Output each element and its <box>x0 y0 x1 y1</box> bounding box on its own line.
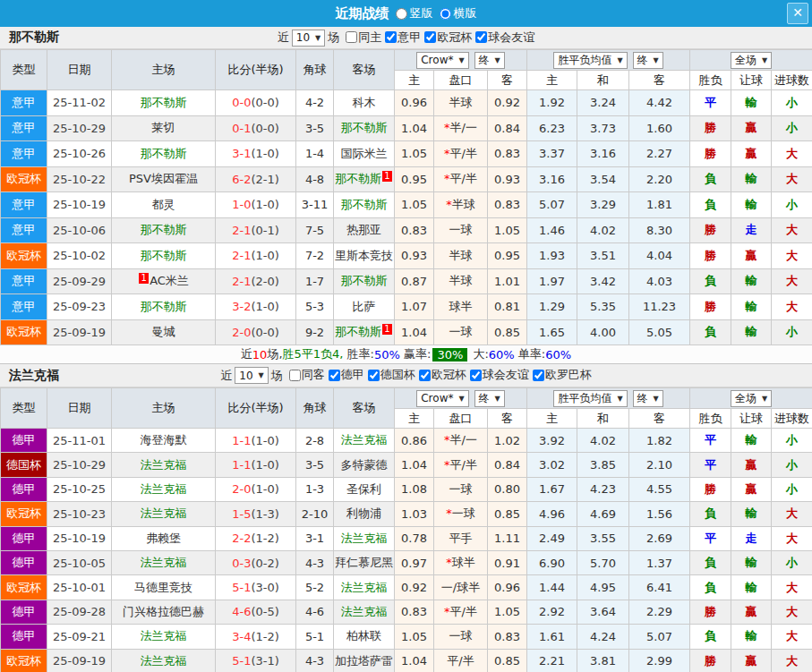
scope-dropdown[interactable]: 全场▼ <box>731 390 772 407</box>
window-titlebar: 近期战绩 竖版 横版 ✕ <box>0 0 812 27</box>
match-row: 意甲25-10-26那不勒斯3-1(1-0)1-4国际米兰1.05*平/半0.8… <box>1 141 812 167</box>
filter-option[interactable]: 同主 <box>342 30 381 46</box>
summary-segment: 胜5平1负4, <box>283 346 344 362</box>
filter-checkbox[interactable] <box>385 31 397 43</box>
away-team-cell: 法兰克福 <box>334 600 395 624</box>
match-count-dropdown[interactable]: 10 ▼ <box>292 30 325 47</box>
odds-time-dropdown[interactable]: 终▼ <box>474 52 505 69</box>
halftime-score: (1-0) <box>251 458 278 472</box>
handicap-star: * <box>446 556 452 569</box>
home-odds-cell: 0.95 <box>395 166 434 192</box>
match-row: 欧冠杯25-10-22PSV埃因霍温6-2(2-1)4-8那不勒斯10.95*平… <box>1 166 812 192</box>
goals-result-cell: 小 <box>772 90 812 116</box>
filter-checkbox[interactable] <box>470 370 482 381</box>
odds-time-dropdown[interactable]: 终▼ <box>474 390 505 407</box>
team-name: 曼城 <box>152 325 175 338</box>
filter-checkbox[interactable] <box>368 370 380 381</box>
avg-draw-cell: 5.70 <box>577 550 629 574</box>
handicap-star: * <box>444 172 450 185</box>
subcol-home-odds: 主 <box>395 71 434 90</box>
filter-option[interactable]: 同客 <box>286 367 325 383</box>
summary-segment: 30% <box>432 348 467 362</box>
corner-cell: 4-8 <box>296 166 334 192</box>
team-name: 加拉塔萨雷 <box>335 654 393 668</box>
date-cell: 25-10-29 <box>47 453 112 477</box>
team-name: 多特蒙德 <box>341 458 388 472</box>
summary-segment: 近 <box>241 346 252 362</box>
handicap-cell: 一球 <box>434 477 488 501</box>
col-corners: 角球 <box>296 50 334 90</box>
halftime-score: (2-0) <box>251 275 278 288</box>
scope-dropdown[interactable]: 全场▼ <box>731 52 772 69</box>
col-type: 类型 <box>1 50 47 90</box>
filter-option[interactable]: 球会友谊 <box>472 30 534 46</box>
filter-checkbox[interactable] <box>424 31 436 43</box>
goals-result-cell: 大 <box>772 625 812 649</box>
avg-time-dropdown[interactable]: 终▼ <box>633 52 663 69</box>
corner-cell: 1-4 <box>296 141 334 167</box>
avg-type-dropdown[interactable]: 胜平负均值▼ <box>553 52 627 69</box>
home-odds-cell: 0.93 <box>395 243 434 269</box>
odds-source-dropdown[interactable]: Crow*▼ <box>416 390 468 407</box>
type-cell: 德甲 <box>1 477 47 501</box>
match-count-dropdown[interactable]: 10 ▼ <box>235 367 268 384</box>
odds-source-dropdown[interactable]: Crow*▼ <box>416 52 468 69</box>
handicap-result-cell: 輸 <box>731 319 772 345</box>
match-row: 德国杯25-10-29法兰克福1-1(1-0)3-5多特蒙德1.04*平/半0.… <box>1 453 812 477</box>
corner-cell: 7-2 <box>296 243 334 269</box>
date-cell: 25-11-01 <box>47 429 112 453</box>
avg-away-cell: 2.99 <box>629 649 690 672</box>
avg-away-cell: 1.82 <box>629 429 690 453</box>
match-row: 欧冠杯25-10-23法兰克福1-5(1-3)2-10利物浦1.03*一球0.8… <box>1 502 812 526</box>
red-card-badge: 1 <box>382 324 392 335</box>
filter-checkbox[interactable] <box>475 31 487 43</box>
filter-checkbox[interactable] <box>533 370 544 381</box>
avg-time-dropdown[interactable]: 终▼ <box>633 390 663 407</box>
result-cell: 平 <box>690 429 731 453</box>
result-cell: 勝 <box>690 217 731 243</box>
type-cell: 欧冠杯 <box>1 649 47 672</box>
filter-option[interactable]: 欧罗巴杯 <box>529 367 592 383</box>
date-cell: 25-10-25 <box>47 477 112 501</box>
avg-away-cell: 11.23 <box>629 294 690 320</box>
away-team-cell: 那不勒斯1 <box>334 319 395 345</box>
avg-away-cell: 1.37 <box>629 550 690 574</box>
result-cell: 負 <box>690 268 731 294</box>
filter-option-label: 球会友谊 <box>483 367 529 383</box>
filter-checkbox[interactable] <box>346 31 357 43</box>
away-team-cell: 加拉塔萨雷 <box>334 649 395 672</box>
close-icon[interactable]: ✕ <box>787 3 808 24</box>
filter-checkbox[interactable] <box>329 370 340 381</box>
filter-checkbox[interactable] <box>419 370 431 381</box>
summary-segment: 大: <box>469 346 489 362</box>
team-name: AC米兰 <box>150 274 189 287</box>
team-name: 法兰克福 <box>141 556 187 569</box>
filter-option[interactable]: 球会友谊 <box>466 367 529 383</box>
avg-home-cell: 6.90 <box>527 550 577 574</box>
date-cell: 25-10-23 <box>47 502 112 526</box>
corner-cell: 9-2 <box>296 319 334 345</box>
home-team-cell: 法兰克福 <box>112 649 216 672</box>
corner-cell: 5-1 <box>296 625 334 649</box>
avg-type-dropdown[interactable]: 胜平负均值▼ <box>553 390 627 407</box>
filter-option[interactable]: 欧冠杯 <box>415 367 466 383</box>
layout-option-vertical[interactable]: 竖版 <box>396 5 433 21</box>
away-team-cell: 利物浦 <box>334 502 395 526</box>
horizontal-radio[interactable] <box>440 8 451 20</box>
filter-checkbox[interactable] <box>289 370 301 381</box>
vertical-radio[interactable] <box>396 8 407 20</box>
handicap-result-cell: 走 <box>731 217 772 243</box>
subcol-avg-home: 主 <box>527 409 577 429</box>
filter-option[interactable]: 德国杯 <box>364 367 415 383</box>
handicap-result-cell: 贏 <box>731 453 772 477</box>
avg-away-cell: 5.05 <box>629 319 690 345</box>
away-team-cell: 热那亚 <box>334 217 395 243</box>
avg-draw-cell: 3.51 <box>577 243 629 269</box>
date-cell: 25-09-23 <box>47 294 112 320</box>
chevron-down-icon: ▼ <box>654 395 659 403</box>
filter-option[interactable]: 德甲 <box>325 367 364 383</box>
layout-option-horizontal[interactable]: 横版 <box>440 5 477 21</box>
filter-option[interactable]: 欧冠杯 <box>421 30 472 46</box>
filter-option[interactable]: 意甲 <box>381 30 421 46</box>
home-team-cell: 那不勒斯 <box>112 294 216 320</box>
